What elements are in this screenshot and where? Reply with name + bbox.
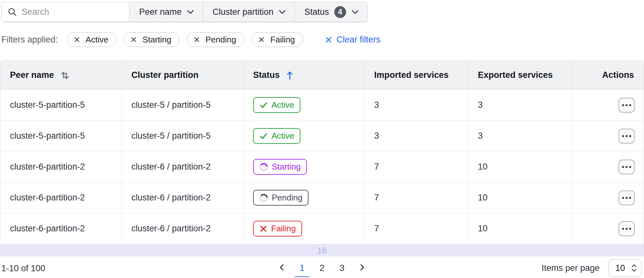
filter-chip-label: Starting <box>142 35 171 45</box>
ellipsis-icon <box>622 135 624 137</box>
x-icon <box>194 36 200 43</box>
peer-name-filter-dropdown[interactable]: Peer name <box>129 2 203 22</box>
check-icon <box>259 101 268 109</box>
table-row: cluster-5-partition-5 cluster-5 / partit… <box>0 121 644 152</box>
filters-applied-label: Filters applied: <box>1 35 58 45</box>
status-filter-count-badge: 4 <box>334 6 346 18</box>
imported-services-cell: 7 <box>365 152 468 182</box>
peer-name-cell: cluster-6-partition-2 <box>0 152 122 182</box>
clear-filters-button[interactable]: Clear filters <box>325 35 381 45</box>
chevron-left-icon <box>278 264 286 271</box>
check-icon <box>259 132 268 140</box>
spinner-icon <box>259 193 268 202</box>
x-icon <box>74 36 80 43</box>
chevron-right-icon <box>358 264 366 271</box>
filter-group: Peer name Cluster partition Status 4 <box>1 2 367 22</box>
row-actions-button[interactable] <box>619 98 635 113</box>
row-actions-button[interactable] <box>619 221 635 236</box>
table-row: cluster-6-partition-2 cluster-6 / partit… <box>0 213 644 244</box>
table-header-row: Peer name Cluster partition Status <box>0 61 644 90</box>
partial-row-indicator: 16 <box>0 244 644 256</box>
column-header-exported-services: Exported services <box>468 61 573 89</box>
row-actions-button[interactable] <box>619 129 635 144</box>
cluster-partition-cell: cluster-5 / partition-5 <box>122 90 243 120</box>
next-page-button[interactable] <box>354 258 370 277</box>
clear-filters-label: Clear filters <box>336 35 381 45</box>
status-filter-dropdown[interactable]: Status 4 <box>294 2 367 22</box>
pager: 1 2 3 <box>274 256 370 278</box>
filter-chip-failing[interactable]: Failing <box>251 32 303 47</box>
exported-services-cell: 3 <box>468 121 573 151</box>
x-icon <box>325 36 332 43</box>
items-per-page-select[interactable]: 10 <box>609 259 641 277</box>
arrow-up-icon[interactable] <box>286 70 294 80</box>
x-icon <box>258 36 265 43</box>
status-cell: Starting <box>243 152 365 182</box>
filter-chip-label: Pending <box>205 35 236 45</box>
peer-name-cell: cluster-6-partition-2 <box>0 213 122 244</box>
filter-chip-active[interactable]: Active <box>67 32 117 47</box>
exported-services-cell: 3 <box>468 90 573 120</box>
status-cell: Failing <box>243 213 365 244</box>
column-header-status[interactable]: Status <box>243 61 365 89</box>
column-header-imported-services: Imported services <box>365 61 468 89</box>
search-input-wrapper <box>2 2 129 22</box>
status-cell: Active <box>243 90 365 120</box>
ellipsis-icon <box>622 104 624 106</box>
status-badge: Starting <box>253 159 307 175</box>
exported-services-cell: 10 <box>468 182 573 213</box>
peer-name-filter-label: Peer name <box>139 7 182 17</box>
peer-name-cell: cluster-5-partition-5 <box>0 90 122 120</box>
x-icon <box>130 36 137 43</box>
imported-services-cell: 3 <box>365 121 468 151</box>
cluster-partition-cell: cluster-6 / partition-2 <box>122 182 243 213</box>
column-header-cluster-partition: Cluster partition <box>122 61 243 89</box>
items-per-page-value: 10 <box>615 263 625 273</box>
table-row: cluster-6-partition-2 cluster-6 / partit… <box>0 182 644 213</box>
page-button-1[interactable]: 1 <box>294 258 310 277</box>
actions-cell <box>573 152 644 182</box>
column-header-peer-name[interactable]: Peer name <box>0 61 122 89</box>
page-button-2[interactable]: 2 <box>314 258 330 277</box>
pagination-range-text: 1-10 of 100 <box>1 262 45 273</box>
imported-services-cell: 3 <box>365 90 468 120</box>
stepper-icon <box>631 264 637 273</box>
row-actions-button[interactable] <box>619 160 635 174</box>
search-icon <box>7 7 17 17</box>
exported-services-cell: 10 <box>468 213 573 244</box>
previous-page-button[interactable] <box>274 258 290 277</box>
applied-filters-row: Filters applied: Active Starting Pending… <box>1 32 644 47</box>
search-input[interactable] <box>22 7 136 17</box>
peers-table: Peer name Cluster partition Status <box>0 60 644 244</box>
actions-cell <box>573 90 644 120</box>
imported-services-cell: 7 <box>365 182 468 213</box>
cluster-partition-cell: cluster-6 / partition-2 <box>122 152 243 182</box>
peer-name-cell: cluster-6-partition-2 <box>0 182 122 213</box>
actions-cell <box>573 182 644 213</box>
filter-chip-starting[interactable]: Starting <box>124 32 179 47</box>
filter-chip-pending[interactable]: Pending <box>187 32 244 47</box>
status-badge: Active <box>253 97 300 113</box>
cluster-partition-cell: cluster-6 / partition-2 <box>122 213 243 244</box>
peer-name-cell: cluster-5-partition-5 <box>0 121 122 151</box>
chevron-down-icon <box>279 10 286 14</box>
imported-services-cell: 7 <box>365 213 468 244</box>
table-row: cluster-6-partition-2 cluster-6 / partit… <box>0 152 644 182</box>
status-cell: Active <box>243 121 365 151</box>
ellipsis-icon <box>622 197 624 199</box>
filter-toolbar: Peer name Cluster partition Status 4 <box>1 2 644 22</box>
table-row: cluster-5-partition-5 cluster-5 / partit… <box>0 90 644 121</box>
cluster-partition-filter-label: Cluster partition <box>213 7 273 17</box>
row-actions-button[interactable] <box>619 190 635 205</box>
cluster-partition-filter-dropdown[interactable]: Cluster partition <box>203 2 294 22</box>
status-badge: Active <box>253 128 300 144</box>
current-page-underline <box>295 276 309 277</box>
sort-arrows-icon[interactable] <box>60 70 70 80</box>
filter-chip-label: Failing <box>270 35 295 45</box>
chevron-down-icon <box>351 10 359 14</box>
cluster-partition-cell: cluster-5 / partition-5 <box>122 121 243 151</box>
exported-services-cell: 10 <box>468 152 573 182</box>
page-button-3[interactable]: 3 <box>334 258 350 277</box>
status-badge: Pending <box>253 190 308 206</box>
spinner-icon <box>259 162 268 171</box>
